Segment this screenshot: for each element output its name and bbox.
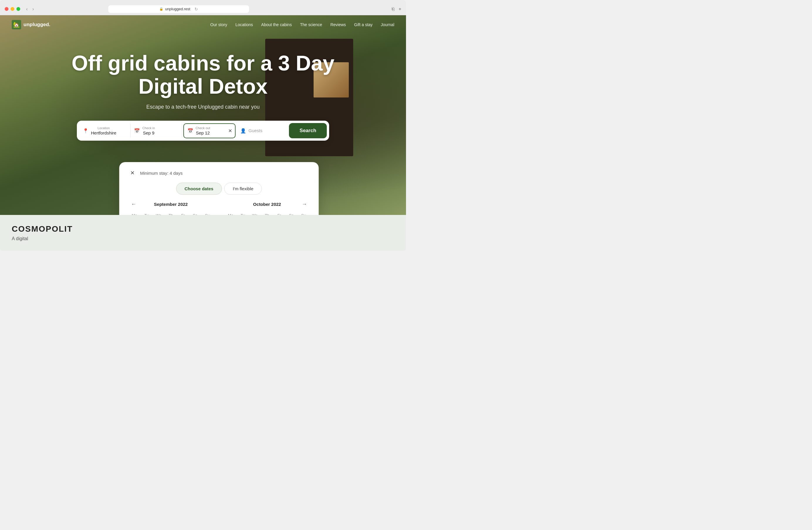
nav-journal[interactable]: Journal	[381, 22, 394, 27]
logo-icon: 🏡	[12, 20, 21, 29]
nav-locations[interactable]: Locations	[235, 22, 253, 27]
nav-our-story[interactable]: Our story	[210, 22, 227, 27]
hero-section: 🏡 unplugged. Our story Locations About t…	[0, 15, 406, 215]
nav-reviews[interactable]: Reviews	[330, 22, 346, 27]
location-field[interactable]: 📍 Location Hertfordshire	[79, 124, 131, 138]
day-header-th: Th	[165, 211, 177, 215]
checkout-icon: 📅	[187, 128, 193, 134]
reload-icon[interactable]: ↻	[194, 7, 198, 12]
maximize-button[interactable]	[16, 7, 20, 11]
oct-day-header-sa: Sa	[286, 211, 297, 215]
september-calendar: ← September 2022 Mo Tu We Th Fr Sa Su	[129, 202, 213, 215]
logo[interactable]: 🏡 unplugged.	[12, 20, 50, 29]
choose-dates-tab[interactable]: Choose dates	[176, 183, 222, 195]
date-mode-tabs: Choose dates I'm flexible	[129, 183, 309, 195]
back-button[interactable]: ‹	[25, 6, 29, 12]
day-header-we: We	[153, 211, 164, 215]
cosmopolitan-text: COSMOPOLIT	[12, 224, 73, 234]
prev-month-button[interactable]: ←	[129, 200, 139, 208]
guests-icon: 👤	[240, 128, 246, 134]
september-title: September 2022	[154, 202, 188, 207]
checkin-field[interactable]: 📅 Check in Sep 9	[131, 124, 182, 138]
below-hero-section: COSMOPOLIT A digital	[0, 215, 406, 251]
location-field-content: Location Hertfordshire	[91, 126, 116, 135]
lock-icon: 🔒	[159, 7, 163, 11]
oct-day-header-fr: Fr	[273, 211, 285, 215]
hero-subtitle: Escape to a tech-free Unplugged cabin ne…	[0, 104, 406, 110]
minimize-button[interactable]	[11, 7, 14, 11]
traffic-lights	[5, 7, 20, 11]
nav-links: Our story Locations About the cabins The…	[210, 22, 394, 27]
hero-content: Off grid cabins for a 3 Day Digital Deto…	[0, 34, 406, 141]
checkin-value: Sep 9	[142, 130, 155, 135]
close-button[interactable]	[5, 7, 9, 11]
new-tab-button[interactable]: +	[399, 6, 401, 12]
browser-actions: ⎗ +	[392, 6, 401, 12]
guests-placeholder: Guests	[248, 128, 263, 133]
checkout-field-content: Check out Sep 12	[196, 126, 210, 135]
digital-text: A digital	[12, 236, 73, 241]
checkout-field[interactable]: 📅 Check out Sep 12 ✕	[183, 123, 235, 138]
nav-the-science[interactable]: The science	[300, 22, 322, 27]
day-header-su: Su	[202, 211, 213, 215]
calendar-dropdown: ✕ Minimum stay: 4 days Choose dates I'm …	[119, 162, 319, 215]
hero-title: Off grid cabins for a 3 Day Digital Deto…	[0, 52, 406, 98]
guests-field-content: Guests	[248, 128, 263, 133]
oct-day-header-tu: Tu	[237, 211, 248, 215]
checkin-field-content: Check in Sep 9	[142, 126, 155, 135]
nav-about-cabins[interactable]: About the cabins	[261, 22, 292, 27]
calendar-close-button[interactable]: ✕	[129, 169, 136, 177]
checkout-value: Sep 12	[196, 130, 210, 135]
september-grid: Mo Tu We Th Fr Sa Su 1 2 3 4	[129, 211, 213, 215]
search-bar: 📍 Location Hertfordshire 📅 Check in Sep …	[77, 121, 329, 141]
oct-day-header-su: Su	[298, 211, 309, 215]
share-button[interactable]: ⎗	[392, 6, 394, 12]
oct-day-header-we: We	[249, 211, 261, 215]
september-header: ← September 2022	[129, 202, 213, 207]
page-wrapper: 🏡 unplugged. Our story Locations About t…	[0, 15, 406, 251]
forward-button[interactable]: ›	[31, 6, 35, 12]
oct-day-header-mo: Mo	[225, 211, 236, 215]
flexible-tab[interactable]: I'm flexible	[224, 183, 262, 195]
logo-text: unplugged.	[24, 22, 50, 28]
next-month-button[interactable]: →	[299, 200, 309, 208]
october-grid: Mo Tu We Th Fr Sa Su 1 2	[225, 211, 309, 215]
checkout-clear-button[interactable]: ✕	[228, 128, 232, 134]
checkout-label: Check out	[196, 126, 210, 130]
logo-emoji: 🏡	[13, 22, 20, 28]
october-calendar: October 2022 → Mo Tu We Th Fr Sa Su	[225, 202, 309, 215]
october-header: October 2022 →	[225, 202, 309, 207]
day-header-tu: Tu	[141, 211, 152, 215]
brand-section: COSMOPOLIT A digital	[12, 224, 73, 241]
day-header-sa: Sa	[189, 211, 201, 215]
day-header-mo: Mo	[129, 211, 140, 215]
october-title: October 2022	[253, 202, 281, 207]
guests-field[interactable]: 👤 Guests	[237, 126, 288, 136]
calendar-header: ✕ Minimum stay: 4 days	[129, 169, 309, 177]
min-stay-text: Minimum stay: 4 days	[140, 171, 183, 176]
checkin-label: Check in	[142, 126, 155, 130]
nav-gift-a-stay[interactable]: Gift a stay	[354, 22, 373, 27]
day-header-fr: Fr	[177, 211, 189, 215]
address-bar[interactable]: 🔒 unplugged.rest ↻	[108, 5, 249, 13]
browser-chrome: ‹ › 🔒 unplugged.rest ↻ ⎗ +	[0, 0, 406, 15]
location-icon: 📍	[83, 128, 89, 134]
calendars-row: ← September 2022 Mo Tu We Th Fr Sa Su	[129, 202, 309, 215]
checkin-icon: 📅	[134, 128, 140, 134]
location-label: Location	[91, 126, 116, 130]
url-text: unplugged.rest	[165, 7, 190, 11]
oct-day-header-th: Th	[261, 211, 273, 215]
nav-arrows: ‹ ›	[25, 6, 35, 12]
search-button[interactable]: Search	[289, 123, 327, 138]
location-value: Hertfordshire	[91, 130, 116, 135]
navbar: 🏡 unplugged. Our story Locations About t…	[0, 15, 406, 34]
